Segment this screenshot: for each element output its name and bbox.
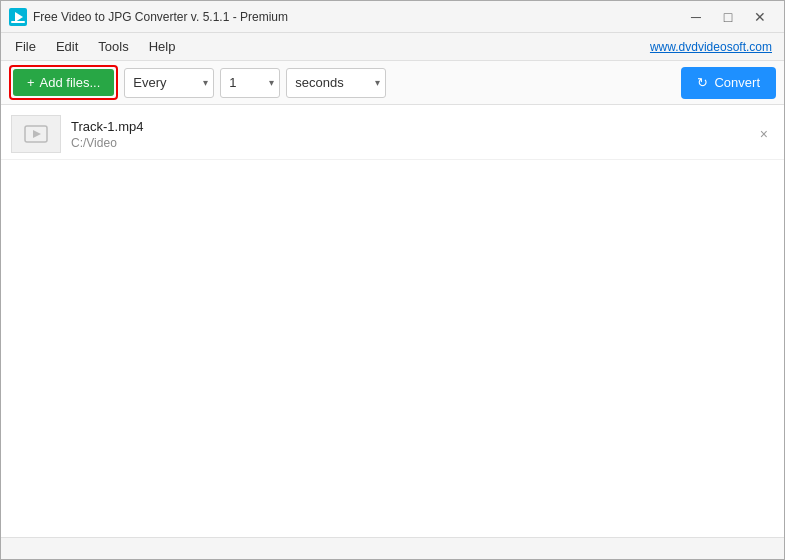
- file-thumbnail: [11, 115, 61, 153]
- file-info: Track-1.mp4 C:/Video: [71, 119, 774, 150]
- toolbar: + Add files... Every Each All ▾ 1 2 5 10…: [1, 61, 784, 105]
- menu-tools[interactable]: Tools: [88, 35, 138, 58]
- status-bar: [1, 537, 784, 559]
- minimize-button[interactable]: ─: [680, 1, 712, 33]
- window-controls: ─ □ ✕: [680, 1, 776, 33]
- add-files-label: Add files...: [40, 75, 101, 90]
- num-select[interactable]: 1 2 5 10: [220, 68, 280, 98]
- menu-help[interactable]: Help: [139, 35, 186, 58]
- every-select-wrapper: Every Each All ▾: [124, 68, 214, 98]
- unit-select-wrapper: seconds minutes frames ▾: [286, 68, 386, 98]
- unit-select[interactable]: seconds minutes frames: [286, 68, 386, 98]
- title-bar: Free Video to JPG Converter v. 5.1.1 - P…: [1, 1, 784, 33]
- menu-bar: File Edit Tools Help www.dvdvideosoft.co…: [1, 33, 784, 61]
- convert-icon: ↻: [697, 75, 708, 90]
- add-files-button[interactable]: + Add files...: [13, 69, 114, 96]
- file-remove-button[interactable]: ×: [754, 124, 774, 144]
- convert-button[interactable]: ↻ Convert: [681, 67, 776, 99]
- num-select-wrapper: 1 2 5 10 ▾: [220, 68, 280, 98]
- maximize-button[interactable]: □: [712, 1, 744, 33]
- menu-edit[interactable]: Edit: [46, 35, 88, 58]
- add-files-highlight: + Add files...: [9, 65, 118, 100]
- file-list: Track-1.mp4 C:/Video ×: [1, 105, 784, 537]
- dvd-link[interactable]: www.dvdvideosoft.com: [650, 40, 772, 54]
- close-button[interactable]: ✕: [744, 1, 776, 33]
- svg-marker-4: [33, 130, 41, 138]
- file-name: Track-1.mp4: [71, 119, 774, 134]
- menu-file[interactable]: File: [5, 35, 46, 58]
- app-icon: [9, 8, 27, 26]
- table-row[interactable]: Track-1.mp4 C:/Video ×: [1, 109, 784, 160]
- main-window: Free Video to JPG Converter v. 5.1.1 - P…: [0, 0, 785, 560]
- window-title: Free Video to JPG Converter v. 5.1.1 - P…: [33, 10, 680, 24]
- plus-icon: +: [27, 75, 35, 90]
- every-select[interactable]: Every Each All: [124, 68, 214, 98]
- convert-label: Convert: [714, 75, 760, 90]
- svg-rect-2: [11, 21, 25, 23]
- file-path: C:/Video: [71, 136, 774, 150]
